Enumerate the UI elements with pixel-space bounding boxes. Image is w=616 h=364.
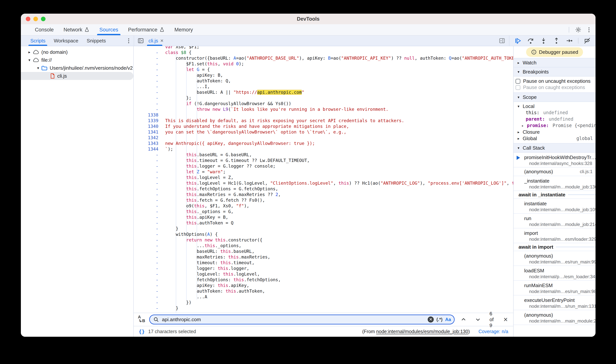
scope-closure[interactable]: ▸Closure bbox=[514, 129, 596, 135]
scope-variable[interactable]: ▸promise:Promise {<pending>} bbox=[514, 122, 596, 129]
breakpoint-option[interactable]: Pause on uncaught exceptions bbox=[516, 78, 596, 84]
line-gutter[interactable]: - bbox=[134, 192, 165, 197]
code-line[interactable]: - this._options = G, bbox=[134, 209, 513, 214]
code-line[interactable]: 1339This is disabled by default, as it r… bbox=[134, 118, 513, 123]
code-line[interactable]: - throw new L9(`It looks like you're run… bbox=[134, 106, 513, 112]
code-line[interactable]: - } bbox=[134, 305, 513, 311]
call-stack-frame[interactable]: _instantiatenode:internal/m…module_job:1… bbox=[514, 176, 596, 191]
code-line[interactable]: - authToken: this.authToken, bbox=[134, 288, 513, 294]
replace-toggle-icon[interactable]: A↳B bbox=[138, 315, 146, 324]
line-gutter[interactable]: - bbox=[134, 169, 165, 175]
tree-item[interactable]: ▸(no domain) bbox=[21, 48, 133, 56]
code-line[interactable]: - this.logger = G.logger ?? console; bbox=[134, 163, 513, 169]
line-gutter[interactable]: - bbox=[134, 254, 165, 260]
line-gutter[interactable]: - bbox=[134, 203, 165, 209]
code-line[interactable]: - fetchOptions: this.fetchOptions, bbox=[134, 277, 513, 283]
watch-section-header[interactable]: ▸ Watch bbox=[514, 58, 596, 67]
code-line[interactable]: - this.authToken = Q bbox=[134, 220, 513, 226]
tree-item[interactable]: ▾file:// bbox=[21, 56, 133, 64]
code-line[interactable]: 1341you can set the \`dangerouslyAllowBr… bbox=[134, 129, 513, 135]
clear-search-icon[interactable]: ✕ bbox=[428, 316, 434, 323]
scope-variable[interactable]: parent:undefined bbox=[514, 116, 596, 122]
line-gutter[interactable]: - bbox=[134, 294, 165, 299]
line-gutter[interactable]: - bbox=[134, 157, 165, 163]
code-line[interactable]: - this.logLevel = Z, bbox=[134, 175, 513, 180]
line-gutter[interactable]: 1340 bbox=[134, 123, 165, 129]
code-line[interactable]: - logger: this.logger, bbox=[134, 266, 513, 271]
code-line[interactable]: 1343new Anthropic({ apiKey, dangerouslyA… bbox=[134, 141, 513, 146]
scope-local[interactable]: ▾Local bbox=[514, 103, 596, 109]
code-line[interactable]: - this.fetch = G.fetch ?? Fs0(), bbox=[134, 197, 513, 203]
call-stack-frame[interactable]: instantiatenode:internal/m…module_job:10… bbox=[514, 199, 596, 214]
line-gutter[interactable]: 1341 bbox=[134, 129, 165, 135]
line-gutter[interactable]: - bbox=[134, 305, 165, 311]
line-gutter[interactable]: - bbox=[134, 220, 165, 226]
call-stack-frame[interactable]: runMainESMnode:internal/m…es/run_main:98 bbox=[514, 281, 596, 295]
code-line[interactable]: - this.baseURL = G.baseURL, bbox=[134, 152, 513, 157]
call-stack-frame[interactable]: promiseInitHookWithDestroyTr…node:intern… bbox=[514, 153, 596, 168]
checkbox-icon[interactable] bbox=[516, 85, 520, 90]
step-out-button[interactable] bbox=[552, 37, 561, 45]
code-line[interactable]: - apiKey: B, bbox=[134, 72, 513, 78]
code-line[interactable]: var Xs0, $F1; bbox=[134, 46, 513, 50]
call-stack-frame[interactable]: loadESMnode:internal/p…/esm_loader:34 bbox=[514, 266, 596, 281]
chevron-right-icon[interactable]: ▸ bbox=[520, 123, 525, 128]
coverage-link[interactable]: Coverage: n/a bbox=[478, 329, 508, 334]
tab-network[interactable]: Network bbox=[59, 24, 95, 35]
line-gutter[interactable]: - bbox=[134, 50, 165, 55]
close-file-tab-icon[interactable]: × bbox=[160, 38, 164, 44]
toggle-debugger-sidebar-icon[interactable] bbox=[498, 37, 506, 45]
code-line[interactable]: - constructor({baseURL: A=ao("ANTHROPIC_… bbox=[134, 55, 513, 61]
code-line[interactable]: - ...I, bbox=[134, 84, 513, 89]
tree-item[interactable]: cli.js bbox=[21, 72, 133, 80]
collapse-navigator-icon[interactable] bbox=[137, 37, 145, 45]
line-gutter[interactable]: 1338 bbox=[134, 112, 165, 118]
navigator-tab-scripts[interactable]: Scripts bbox=[26, 36, 50, 46]
line-gutter[interactable]: - bbox=[134, 237, 165, 243]
code-line[interactable]: - o9(this, $F1, Xs0, "f"), bbox=[134, 203, 513, 209]
line-gutter[interactable]: - bbox=[134, 175, 165, 180]
code-line[interactable]: - ...this._options, bbox=[134, 243, 513, 248]
code-line[interactable]: 1340If you understand the risks and have… bbox=[134, 123, 513, 129]
line-gutter[interactable]: - bbox=[134, 266, 165, 271]
line-gutter[interactable]: - bbox=[134, 163, 165, 169]
code-line[interactable]: - baseURL: A || "https://api.anthropic.c… bbox=[134, 89, 513, 95]
code-line[interactable]: - this.timeout = G.timeout ?? Lw.DEFAULT… bbox=[134, 157, 513, 163]
deactivate-breakpoints-button[interactable] bbox=[583, 37, 591, 45]
line-gutter[interactable]: - bbox=[134, 95, 165, 101]
line-gutter[interactable]: - bbox=[134, 271, 165, 277]
line-gutter[interactable]: - bbox=[134, 214, 165, 220]
line-gutter[interactable]: - bbox=[134, 84, 165, 89]
code-line[interactable]: - this.maxRetries = G.maxRetries ?? 2, bbox=[134, 192, 513, 197]
call-stack-frame[interactable]: importnode:internal/m…esm/loader:329 bbox=[514, 228, 596, 243]
code-line[interactable]: - logLevel: this.logLevel, bbox=[134, 271, 513, 277]
line-gutter[interactable]: - bbox=[134, 106, 165, 112]
code-line[interactable]: - timeout: this.timeout, bbox=[134, 260, 513, 266]
line-gutter[interactable]: - bbox=[134, 299, 165, 305]
tree-item[interactable]: ▾Users/jinhuilee/.nvm/versions/node/v2… bbox=[21, 64, 133, 72]
code-line[interactable]: - baseURL: this.baseURL, bbox=[134, 248, 513, 254]
code-line[interactable]: - if (!G.dangerouslyAllowBrowser && Ys0(… bbox=[134, 101, 513, 106]
scope-global[interactable]: ▸Globalglobal bbox=[514, 135, 596, 142]
code-line[interactable]: -class $8 { bbox=[134, 50, 513, 55]
code-line[interactable]: - maxRetries: this.maxRetries, bbox=[134, 254, 513, 260]
line-gutter[interactable]: - bbox=[134, 226, 165, 232]
regex-toggle[interactable]: (.*) bbox=[436, 317, 442, 322]
code-line[interactable]: - apiKey: this.apiKey, bbox=[134, 283, 513, 288]
line-gutter[interactable]: - bbox=[134, 277, 165, 283]
tab-performance[interactable]: Performance bbox=[123, 24, 169, 35]
tab-console[interactable]: Console bbox=[30, 24, 59, 35]
step-button[interactable] bbox=[565, 37, 574, 45]
line-gutter[interactable]: - bbox=[134, 101, 165, 106]
checkbox-icon[interactable] bbox=[516, 79, 520, 84]
chevron-right-icon[interactable]: ▸ bbox=[27, 50, 32, 54]
line-gutter[interactable]: - bbox=[134, 209, 165, 214]
line-gutter[interactable]: 1342 bbox=[134, 135, 165, 141]
code-line[interactable]: - }; bbox=[134, 95, 513, 101]
line-gutter[interactable]: - bbox=[134, 197, 165, 203]
call-stack-frame[interactable]: (anonymous)node:internal/m…es/run_main:9… bbox=[514, 251, 596, 266]
resume-button[interactable] bbox=[514, 37, 522, 45]
code-viewport[interactable]: var Xs0, $F1;-class $8 {- constructor({b… bbox=[134, 46, 513, 313]
step-over-button[interactable] bbox=[527, 37, 535, 45]
line-gutter[interactable]: - bbox=[134, 78, 165, 84]
